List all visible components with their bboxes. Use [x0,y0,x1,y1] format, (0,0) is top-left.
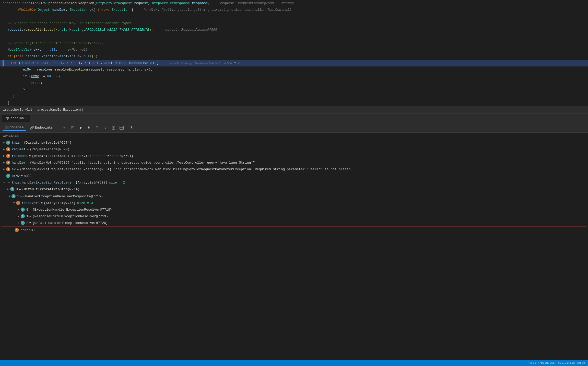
settings-button[interactable]: ⋮⋮ [127,125,133,131]
endpoints-icon: 🔗 [30,126,34,130]
type-modelview: ModelAndView [22,0,48,7]
code-line-13: } [0,86,588,93]
expand-icon: ▶ [17,221,21,225]
expand-icon: ▶ [2,147,6,151]
code-line-14: } [0,93,588,100]
code-line-4: // Success and error responses may use d… [0,20,588,27]
breadcrumb: ispatcherServlet › processHandlerExcepti… [0,106,588,114]
panel-header: ariables [0,134,588,139]
code-editor: protected ModelAndView processHandlerExc… [0,0,588,106]
expand-icon: ▶ [2,154,6,158]
highlighted-box: ▼ ≡ 1 = {HandlerExceptionResolverComposi… [1,193,587,226]
type-icon-resolvers: f [16,201,20,205]
var-row-res0[interactable]: ▶ ≡ 0 = {ExceptionHandlerExceptionResolv… [1,206,587,213]
code-line-3 [0,13,588,20]
debug-toolbar: ⬛ Console 🔗 Endpoints ≡ [0,123,588,133]
expand-icon: ▶ [17,214,21,218]
var-row-item1[interactable]: ▼ ≡ 1 = {HandlerExceptionResolverComposi… [1,193,587,200]
tab-bar: pplication ✕ [0,114,588,123]
scroll-down-button[interactable] [86,125,92,131]
type-icon-item0: ≡ [10,187,14,191]
tab-close-icon[interactable]: ✕ [25,117,27,120]
type-icon-res2: ≡ [21,221,25,225]
status-bar: https://blog.csdn.net/Little_perso [0,360,588,366]
code-line-2[interactable]: @Nullable Object handler, Exception ex) … [0,7,588,13]
expand-icon: ▶ [2,167,6,171]
type-icon-this: ≡ [6,141,10,145]
type-icon-res0: ≡ [21,208,25,212]
console-tab[interactable]: ⬛ Console [3,125,26,131]
code-line-12: break; [0,80,588,86]
table-view-button[interactable] [119,125,125,131]
endpoints-tab-label: Endpoints [35,126,53,130]
var-row-response[interactable]: ▶ p response = {WebStatFilter$StatHttpSe… [0,153,588,159]
expand-icon: ▶ [2,141,6,145]
type-icon-item1: ≡ [11,194,16,198]
var-row-resolvers[interactable]: ▼ oo this.handlerExceptionResolvers = {A… [0,179,588,186]
code-line-for[interactable]: for (HandlerExceptionResolver resolver :… [0,60,588,66]
endpoints-tab[interactable]: 🔗 Endpoints [28,125,55,130]
console-tab-label: Console [10,125,24,129]
svg-rect-1 [120,126,123,130]
bottom-panel: pplication ✕ ⬛ Console 🔗 Endpoints ≡ [0,114,588,366]
type-icon-order: f [15,228,19,232]
expand-icon: ▼ [7,194,11,198]
main-layout: protected ModelAndView processHandlerExc… [0,0,588,366]
expand-icon: ▶ [6,187,10,191]
expand-icon: ▼ [12,201,16,205]
console-icon: ⬛ [5,125,9,130]
breadcrumb-class[interactable]: ispatcherServlet [3,108,32,112]
code-line-7: // Check registered HandlerExceptionReso… [0,40,588,47]
code-line-6 [0,33,588,40]
tab-label: pplication [5,117,24,120]
var-row-resolvers-field[interactable]: ▼ f resolvers = {ArrayList@7716} size = … [1,200,587,206]
expand-icon: ▶ [17,208,21,212]
scroll-up-button[interactable] [78,125,84,131]
var-row-exmv[interactable]: ▶ ≡ exMv = null [0,173,588,179]
var-row-res2[interactable]: ▶ ≡ 2 = {DefaultHandlerExceptionResolver… [1,220,587,226]
evaluate-button[interactable] [110,125,116,131]
list-view-button[interactable]: ≡ [61,125,67,131]
code-line-1[interactable]: protected ModelAndView processHandlerExc… [0,0,588,7]
status-url: https://blog.csdn.net/Little_perso [528,361,585,364]
variables-panel: ariables ▶ ≡ this = {DispatcherServlet@7… [0,133,588,366]
step-into-button[interactable]: ↓ [102,125,108,131]
method-name: processHandlerException [48,0,94,7]
var-row-order: ▶ f order = 0 [0,227,588,233]
restore-layout-button[interactable] [69,125,76,131]
code-line-8: ModelAndView exMv = null; exMv: null [0,47,588,53]
code-line-9: if (this.handlerExceptionResolvers != nu… [0,53,588,60]
keyword-protected: protected [3,0,22,7]
step-over-button[interactable] [94,125,100,131]
var-row-handler[interactable]: ▶ p handler = {HandlerMethod@7686} "publ… [0,159,588,166]
var-row-this[interactable]: ▶ ≡ this = {DispatcherServlet@7574} [0,139,588,146]
expand-icon: ▶ [2,161,6,165]
oo-icon: oo [6,180,10,185]
var-row-res1[interactable]: ▶ ≡ 1 = {ResponseStatusExceptionResolver… [1,213,587,220]
type-icon-handler: p [6,161,10,165]
type-icon-request: p [6,147,10,151]
breadcrumb-method[interactable]: processHandlerException() [37,108,83,112]
type-icon-exmv: ≡ [6,174,10,178]
toolbar-separator-1 [58,125,58,130]
expand-icon: ▼ [2,180,6,185]
code-line-11: if (exMv != null) { [0,73,588,80]
code-line-5: request.removeAttribute(HandlerMapping.P… [0,27,588,33]
code-line-15: } [0,100,588,106]
var-row-item0[interactable]: ▶ ≡ 0 = {DefaultErrorAttributes@7714} [0,186,588,192]
type-icon-response: p [6,154,10,158]
var-row-request[interactable]: ▶ p request = {RequestFacade@7590} [0,146,588,153]
var-row-ex[interactable]: ▶ p ex = {MissingServletRequestParameter… [0,166,588,173]
type-icon-res1: ≡ [21,214,25,218]
tab-application[interactable]: pplication ✕ [2,115,30,122]
code-line-10: exMv = resolver.resolveException(request… [0,66,588,73]
type-icon-ex: p [6,167,10,171]
